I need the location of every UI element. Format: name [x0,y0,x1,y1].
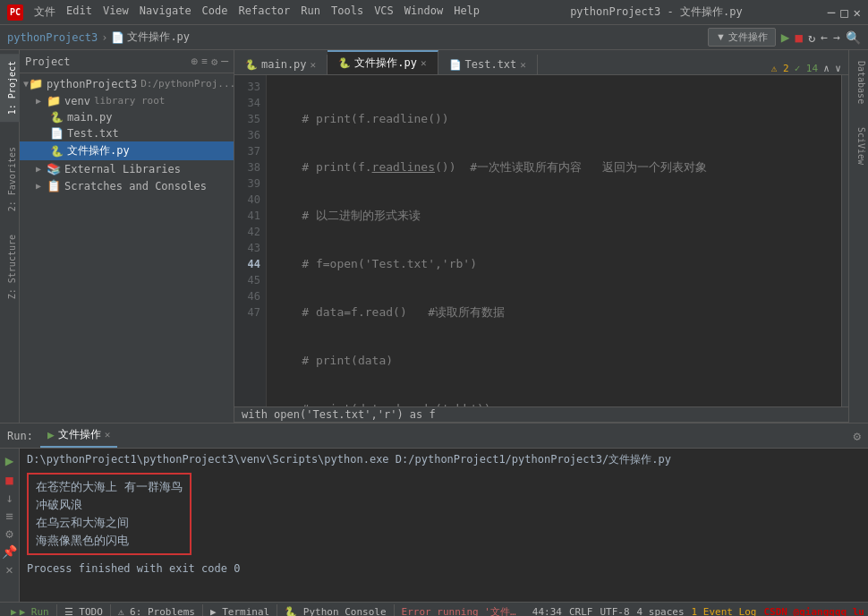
tree-file-ops-py[interactable]: 🐍 文件操作.py [20,141,234,160]
run-settings-btn[interactable]: ⚙ [5,526,13,541]
back-btn[interactable]: ← [821,30,828,44]
collapse-icon[interactable]: ≡ [201,56,208,67]
code-editor[interactable]: 33 34 35 36 37 38 39 40 41 42 43 44 45 4… [234,75,848,406]
run-scroll-down-btn[interactable]: ↓ [5,491,13,505]
status-encoding[interactable]: UTF-8 [600,606,629,616]
menu-view[interactable]: View [98,3,134,21]
run-main[interactable]: D:\pythonProject1\pythonProject3\venv\Sc… [20,449,868,602]
tree-test-txt[interactable]: 📄 Test.txt [20,125,234,141]
project-panel: Project ⊕ ≡ ⚙ ─ ▼ 📁 pythonProject3 D:/py… [20,50,234,423]
tab-test-txt-close[interactable]: ✕ [520,59,526,71]
menu-run[interactable]: Run [295,3,326,21]
warning-indicator[interactable]: ⚠ 2 [771,63,789,74]
status-indent[interactable]: 4 spaces [637,606,685,616]
console-label: 🐍 Python Console [285,606,386,616]
minimize-panel-icon[interactable]: ─ [221,55,228,68]
menu-window[interactable]: Window [399,3,448,21]
root-path: D:/pythonProj... [140,78,234,90]
bottom-tab-run[interactable]: ▶ ▶ Run [4,604,57,616]
menu-refactor[interactable]: Refactor [234,3,296,21]
settings-icon[interactable]: ⚙ [211,56,217,68]
run-output-line-3: 在乌云和大海之间 [36,514,183,532]
menu-code[interactable]: Code [197,3,234,21]
run-tab-icon: ▶ [47,428,55,441]
tab-main-py-label: main.py [261,58,307,71]
status-error-msg[interactable]: Error running '文件操作': Coverage is not im… [395,605,532,616]
run-close-btn2[interactable]: ✕ [5,562,13,577]
project-tab-bar: pythonProject3 › 📄文件操作.py ▼ 文件操作 ▶ ■ ↻ ←… [0,25,868,50]
menu-file[interactable]: 文件 [29,3,61,21]
ext-libs-label: External Libraries [64,163,181,175]
maximize-btn[interactable]: □ [840,5,847,20]
close-btn[interactable]: ✕ [854,5,861,20]
tree-ext-libs[interactable]: ▶ 📚 External Libraries [20,160,234,177]
menu-help[interactable]: Help [448,3,485,21]
ok-indicator: ✓ 14 [795,63,819,74]
tab-main-py[interactable]: 🐍 main.py ✕ [234,55,328,74]
run-wrap-btn[interactable]: ≡ [5,509,13,523]
run-output-line-1: 在苍茫的大海上 有一群海鸟 [36,478,183,496]
project-breadcrumb-root[interactable]: pythonProject3 [7,31,98,44]
code-content[interactable]: # print(f.readline()) # print(f.readline… [267,75,841,406]
bottom-tab-terminal[interactable]: ▶ Terminal [203,604,277,616]
tab-file-ops-icon: 🐍 [338,57,351,69]
project-breadcrumb-file[interactable]: 📄文件操作.py [111,30,190,45]
right-strip-sciview[interactable]: SciView [849,120,869,172]
status-event-log[interactable]: 1 Event Log [692,606,757,616]
search-icon[interactable]: 🔍 [846,30,861,45]
panel-header: Project ⊕ ≡ ⚙ ─ [20,50,234,73]
code-line-36: # f=open('Test.txt','rb') [274,256,834,272]
tab-file-ops-label: 文件操作.py [354,56,417,71]
menu-edit[interactable]: Edit [61,3,98,21]
left-strip-favorites[interactable]: 2: Favorites [0,140,20,218]
run-restart-btn[interactable]: ▶ [5,452,14,469]
panel-title: Project [25,56,191,68]
menu-navigate[interactable]: Navigate [134,3,197,21]
run-pin-btn[interactable]: 📌 [2,544,17,559]
run-gear-icon[interactable]: ⚙ [854,429,861,443]
right-strip-database[interactable]: Database [849,54,869,111]
run-bottom-label: ▶ Run [20,606,49,616]
tab-main-py-close[interactable]: ✕ [311,59,317,71]
new-file-icon[interactable]: ⊕ [191,55,198,68]
stop-btn[interactable]: ■ [795,30,802,45]
bottom-tab-console[interactable]: 🐍 Python Console [277,604,394,616]
tree-main-py[interactable]: 🐍 main.py [20,109,234,125]
tab-file-ops[interactable]: 🐍 文件操作.py ✕ [328,50,438,74]
minimize-btn[interactable]: ─ [828,5,835,20]
tree-root[interactable]: ▼ 📁 pythonProject3 D:/pythonProj... [20,75,234,92]
bottom-tab-todo[interactable]: ☰ TODO [57,604,111,616]
test-txt-icon: 📄 [50,127,64,140]
code-line-33: # print(f.readline()) [274,111,834,127]
status-right: 44:34 CRLF UTF-8 4 spaces 1 Event Log CS… [532,606,864,616]
nav-arrows[interactable]: ∧ ∨ [823,63,841,74]
menu-tools[interactable]: Tools [326,3,369,21]
tab-test-txt[interactable]: 📄 Test.txt ✕ [438,55,538,74]
tab-file-ops-close[interactable]: ✕ [421,57,427,69]
forward-btn[interactable]: → [833,30,840,44]
bottom-tab-problems[interactable]: ⚠ 6: Problems [111,604,203,616]
refresh-btn[interactable]: ↻ [808,30,815,45]
run-exit-msg: Process finished with exit code 0 [27,562,861,575]
preview-bar: with open('Test.txt','r') as f [234,406,848,423]
left-strip-project[interactable]: 1: Project [0,54,20,122]
file-ops-btn[interactable]: ▼ 文件操作 [708,28,776,47]
run-tab-close[interactable]: ✕ [105,429,111,441]
run-play-btn[interactable]: ▶ [781,29,790,46]
run-tab-active[interactable]: ▶ 文件操作 ✕ [40,424,117,448]
title-bar: PC 文件 Edit View Navigate Code Refactor R… [0,0,868,25]
tree-container: ▼ 📁 pythonProject3 D:/pythonProj... ▶ 📁 … [20,73,234,423]
terminal-label: ▶ Terminal [210,606,269,616]
root-label: pythonProject3 [47,78,137,90]
left-strip-structure[interactable]: Z: Structure [0,227,20,306]
run-stop-btn[interactable]: ■ [5,473,13,487]
run-output: 在苍茫的大海上 有一群海鸟 冲破风浪 在乌云和大海之间 海燕像黑色的闪电 [27,473,191,555]
tree-venv[interactable]: ▶ 📁 venv library root [20,92,234,109]
tab-test-txt-icon: 📄 [449,59,462,71]
tree-scratches[interactable]: ▶ 📋 Scratches and Consoles [20,177,234,194]
app-icon: PC [7,4,23,21]
menu-vcs[interactable]: VCS [369,3,399,21]
status-line-ending[interactable]: CRLF [569,606,593,616]
editor-tabs: 🐍 main.py ✕ 🐍 文件操作.py ✕ 📄 Test.txt ✕ ⚠ 2… [234,50,848,75]
run-output-line-2: 冲破风浪 [36,496,183,514]
